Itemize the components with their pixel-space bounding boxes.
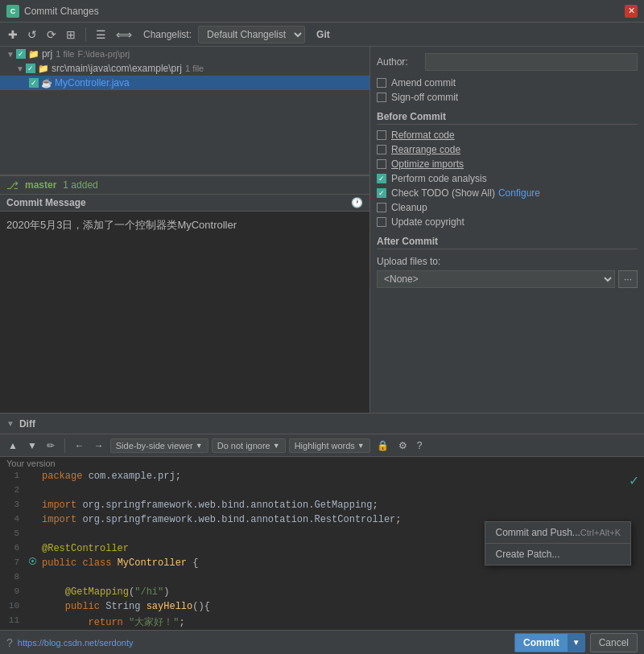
src-label: src\main\java\com\example\prj (52, 63, 182, 74)
git-label: Git (316, 29, 330, 40)
close-button[interactable]: ✕ (625, 5, 638, 18)
analyze-checkbox[interactable]: ✓ (377, 174, 386, 183)
reformat-label: Reformat code (391, 130, 455, 141)
url-text: https://blog.csdn.net/serdonty (18, 638, 510, 648)
code-line-9: 9 @GetMapping("/hi") (0, 586, 644, 600)
changelist-label: Changelist: (143, 29, 192, 40)
configure-link[interactable]: Configure (498, 187, 540, 199)
diff-toggle[interactable]: ▼ (6, 419, 14, 428)
move-toolbar-btn[interactable]: ☰ (93, 27, 109, 43)
diff-edit-btn[interactable]: ✏ (43, 438, 58, 453)
title-bar-text: Commit Changes (24, 6, 625, 17)
src-checkbox[interactable]: ✓ (26, 64, 35, 73)
diff-down-btn[interactable]: ▼ (24, 438, 40, 453)
cleanup-row[interactable]: Cleanup (377, 200, 638, 215)
signoff-checkbox[interactable] (377, 93, 386, 102)
upload-label: Upload files to: (377, 256, 440, 267)
copyright-row[interactable]: Update copyright (377, 215, 638, 229)
toolbar-sep-1 (85, 27, 86, 42)
added-badge: 1 added (63, 179, 97, 191)
status-bar-left: ⎇ master 1 added (0, 175, 369, 195)
group-toolbar-btn[interactable]: ⊞ (63, 27, 79, 43)
commit-msg-input[interactable]: 2020年5月3日，添加了一个控制器类MyController (0, 212, 369, 413)
mc-label: MyController.java (55, 77, 130, 88)
ignore-dropdown[interactable]: Do not ignore ▼ (212, 438, 286, 453)
reformat-row[interactable]: Reformat code (377, 128, 638, 142)
prj-label: prj (42, 48, 52, 60)
tree-item-prj[interactable]: ▼ ✓ 📁 prj 1 file F:\idea-prj\prj (0, 47, 369, 61)
create-patch-menu-item[interactable]: Create Patch... (485, 544, 630, 565)
code-line-8: 8 (0, 571, 644, 586)
create-patch-label: Create Patch... (495, 549, 559, 560)
clock-icon[interactable]: 🕐 (351, 197, 363, 208)
tree-item-src[interactable]: ▼ ✓ 📁 src\main\java\com\example\prj 1 fi… (0, 61, 369, 76)
diff-next-btn[interactable]: → (91, 438, 107, 453)
optimize-label: Optimize imports (391, 158, 464, 170)
signoff-commit-row[interactable]: Sign-off commit (377, 90, 638, 105)
amend-checkbox[interactable] (377, 78, 386, 88)
prj-checkbox[interactable]: ✓ (16, 49, 26, 59)
rearrange-checkbox[interactable] (377, 145, 386, 154)
refresh-toolbar-btn[interactable]: ⟳ (43, 27, 60, 43)
commit-arrow-btn[interactable]: ▼ (568, 634, 584, 652)
help-button[interactable]: ? (6, 636, 13, 649)
before-commit-header: Before Commit (377, 111, 638, 125)
commit-msg-header: Commit Message 🕐 (0, 195, 369, 212)
cleanup-checkbox[interactable] (377, 203, 386, 212)
code-line-2: 2 (0, 484, 644, 499)
diff-header: ▼ Diff (0, 413, 644, 434)
code-line-10: 10 public String sayHello(){ (0, 600, 644, 615)
diff-up-btn[interactable]: ▲ (5, 438, 21, 453)
src-count: 1 file (185, 64, 204, 73)
bottom-bar: ? https://blog.csdn.net/serdonty Commit … (0, 630, 644, 654)
commit-msg-label: Commit Message (6, 197, 86, 208)
signoff-label: Sign-off commit (391, 92, 458, 103)
tree-item-mycontroller[interactable]: ✓ ☕ MyController.java (0, 76, 369, 90)
side-by-side-arrow: ▼ (196, 442, 203, 450)
todo-label: Check TODO (Show All) (391, 187, 495, 199)
commit-push-label: Commit and Push... (495, 527, 580, 538)
undo-toolbar-btn[interactable]: ↺ (24, 27, 40, 43)
commit-push-menu-item[interactable]: Commit and Push... Ctrl+Alt+K (485, 522, 630, 543)
rearrange-row[interactable]: Rearrange code (377, 142, 638, 157)
app-icon: C (6, 5, 19, 18)
author-input[interactable] (425, 53, 638, 71)
copyright-checkbox[interactable] (377, 217, 386, 227)
highlight-dropdown[interactable]: Highlight words ▼ (289, 438, 370, 453)
todo-row[interactable]: ✓ Check TODO (Show All) Configure (377, 186, 638, 200)
analyze-row[interactable]: ✓ Perform code analysis (377, 171, 638, 186)
upload-row: Upload files to: (377, 256, 638, 267)
code-line-1: 1 package com.example.prj; (0, 470, 644, 484)
mc-checkbox[interactable]: ✓ (29, 78, 39, 88)
add-toolbar-btn[interactable]: ✚ (5, 27, 21, 43)
diff-help-btn[interactable]: ? (414, 438, 426, 453)
author-row: Author: (377, 53, 638, 71)
diff-section: ▼ Diff ▲ ▼ ✏ ← → Side-by-side viewer ▼ D… (0, 413, 644, 630)
file-tree: ▼ ✓ 📁 prj 1 file F:\idea-prj\prj ▼ ✓ 📁 s… (0, 47, 369, 175)
todo-checkbox[interactable]: ✓ (377, 188, 386, 198)
upload-extra-btn[interactable]: ··· (618, 270, 638, 288)
diff-sep-1 (64, 438, 65, 453)
diff-toolbar: ▲ ▼ ✏ ← → Side-by-side viewer ▼ Do not i… (0, 434, 644, 457)
commit-main-btn[interactable]: Commit (515, 634, 568, 652)
prj-count: 1 file (56, 49, 74, 59)
side-by-side-dropdown[interactable]: Side-by-side viewer ▼ (110, 438, 208, 453)
amend-commit-row[interactable]: Amend commit (377, 76, 638, 90)
diff-lock-btn[interactable]: 🔒 (374, 438, 392, 453)
optimize-checkbox[interactable] (377, 159, 386, 169)
optimize-row[interactable]: Optimize imports (377, 157, 638, 171)
changelist-select[interactable]: Default Changelist (198, 26, 305, 43)
prj-path: F:\idea-prj\prj (78, 49, 130, 59)
toolbar: ✚ ↺ ⟳ ⊞ ☰ ⟺ Changelist: Default Changeli… (0, 23, 644, 47)
reformat-checkbox[interactable] (377, 130, 386, 140)
branch-name: master (25, 179, 56, 191)
ignore-arrow: ▼ (273, 442, 280, 450)
folder-icon-prj: 📁 (28, 49, 39, 60)
diff-settings-btn[interactable]: ⚙ (395, 438, 411, 453)
branch-icon: ⎇ (6, 179, 19, 191)
left-panel: ▼ ✓ 📁 prj 1 file F:\idea-prj\prj ▼ ✓ 📁 s… (0, 47, 370, 413)
upload-select[interactable]: <None> (377, 270, 615, 288)
diff-toolbar-btn[interactable]: ⟺ (113, 27, 135, 43)
cancel-button[interactable]: Cancel (590, 633, 638, 652)
diff-prev-btn[interactable]: ← (72, 438, 88, 453)
